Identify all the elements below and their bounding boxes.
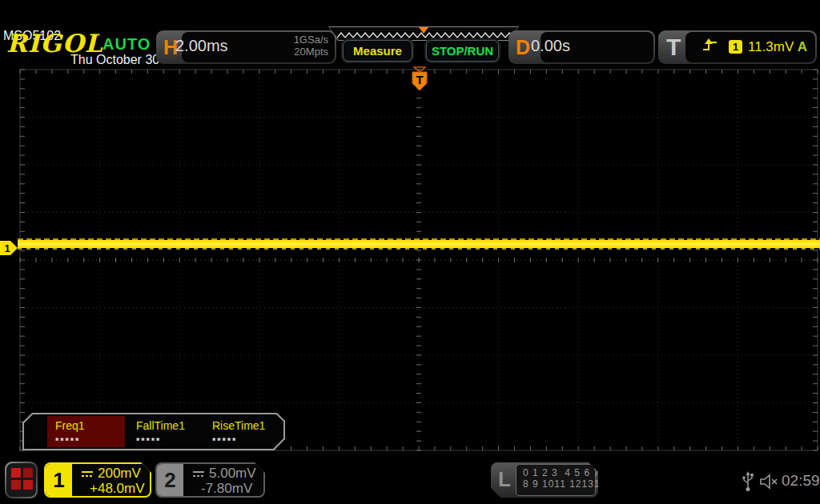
channel-2-offset: -7.80mV [201,481,252,496]
channel-1-inner: 1 200mV +48.0mV [46,464,150,496]
trigger-sweep-mode: A [798,39,807,55]
overview-trigger-marker-icon [419,27,428,34]
dc-coupling-icon [191,469,206,478]
stop-run-button[interactable]: STOP/RUN [426,40,499,62]
measurement-item-risetime1[interactable]: RiseTime1 ***** [204,416,282,447]
channel-2-text: 5.00mV -7.80mV [183,464,263,496]
trigger-label: T [666,34,681,61]
windows-grid-icon [6,463,36,497]
measurement-value: ***** [212,436,282,446]
measurement-name: RiseTime1 [212,419,282,432]
ch1-position-marker[interactable]: 1 [0,241,18,255]
trigger-panel[interactable]: 1 11.3mV A T [658,30,817,64]
measurement-item-freq1[interactable]: Freq1 ***** [47,416,125,447]
svg-text:1: 1 [4,242,10,254]
waveform-overview-bar[interactable] [328,26,519,41]
trigger-position-marker[interactable]: T [412,67,427,90]
channel-2-block[interactable]: 2 5.00mV -7.80mV [155,462,265,498]
logic-row-2: 8 9 1011 12131415 [523,478,595,490]
sample-rate-value: 1GSa/s [294,34,328,46]
title-bar: MSO5102 Thu October 30 03:00:21 2025 [0,0,820,24]
ch1-trace [18,239,820,249]
trigger-level-value: 11.3mV [748,39,794,55]
delay-label: D [516,36,530,59]
header-bar: RIGOL AUTO H 2.00ms 1GSa/s 20Mpts [0,24,820,67]
trigger-panel-inner: 1 11.3mV A [685,32,815,62]
horizontal-panel[interactable]: H 2.00ms 1GSa/s 20Mpts [156,30,336,64]
trigger-source-badge: 1 [729,40,742,54]
svg-text:T: T [416,73,423,86]
dc-coupling-icon [80,469,94,478]
bottom-bar: 1 200mV +48.0mV 2 [0,461,820,504]
measurement-name: Freq1 [55,419,125,432]
memory-depth-value: 20Mpts [294,46,328,58]
speaker-mute-icon[interactable] [759,473,778,490]
rising-edge-icon [701,37,719,53]
measurement-item-falltime1[interactable]: FallTime1 ***** [128,416,206,447]
logic-analyzer-label: L [498,467,511,492]
channel-1-block[interactable]: 1 200mV +48.0mV [44,462,151,498]
measure-button[interactable]: Measure [343,40,412,62]
windows-grid-button[interactable] [5,462,38,498]
channel-2-inner: 2 5.00mV -7.80mV [157,464,263,496]
timebase-value: 2.00ms [175,37,228,55]
rigol-logo: RIGOL [6,29,103,58]
channel-2-number: 2 [157,464,183,496]
measurement-value: ***** [136,436,206,446]
delay-panel[interactable]: D 0.00s [508,30,655,64]
channel-2-scale: 5.00mV [209,466,256,482]
channel-1-scale: 200mV [98,466,141,482]
measurement-box-inner: Freq1 ***** FallTime1 ***** RiseTime1 **… [24,414,283,449]
channel-1-number: 1 [46,464,72,496]
grid-lines [20,70,818,450]
logic-channel-numbers: 0 1 2 3 4 5 6 7 8 9 1011 12131415 [516,464,596,496]
usb-icon [742,471,754,492]
channel-1-offset: +48.0mV [90,481,145,496]
logic-analyzer-block[interactable]: L 0 1 2 3 4 5 6 7 8 9 1011 12131415 [491,462,598,498]
logic-row-1: 0 1 2 3 4 5 6 7 [523,467,595,478]
oscilloscope-screen: T 1 MSO5102 Thu October 30 03:00:21 2025… [0,0,820,504]
run-mode-indicator: AUTO [102,35,151,54]
sample-rate: 1GSa/s 20Mpts [294,34,328,58]
measurement-box: Freq1 ***** FallTime1 ***** RiseTime1 **… [22,413,285,450]
delay-value: 0.00s [531,37,570,55]
measurement-value: ***** [55,436,125,446]
clock-display[interactable]: 02:59 [782,472,820,490]
measurement-name: FallTime1 [136,419,206,432]
channel-1-text: 200mV +48.0mV [72,464,150,496]
